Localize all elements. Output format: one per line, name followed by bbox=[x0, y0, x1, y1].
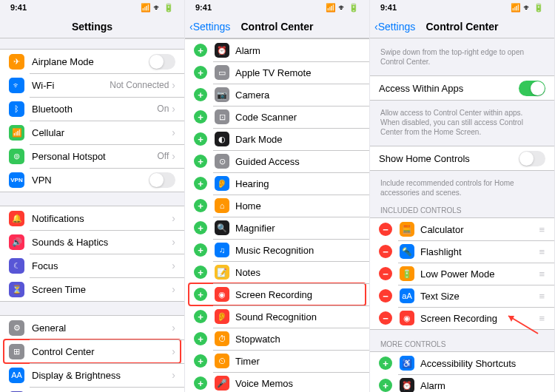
row-label: Bluetooth bbox=[32, 104, 157, 115]
control-row[interactable]: +⊙Guided Access bbox=[185, 150, 369, 172]
settings-row[interactable]: AADisplay & Brightness› bbox=[0, 363, 184, 387]
settings-row[interactable]: VPNVPN bbox=[0, 168, 184, 192]
control-row[interactable]: +◉Screen Recording bbox=[185, 283, 369, 305]
row-label: Voice Memos bbox=[235, 378, 360, 389]
status-icons: 📶 ᯤ 🔋 bbox=[141, 3, 174, 13]
settings-row[interactable]: ⊞Control Center› bbox=[0, 339, 184, 363]
drag-handle-icon[interactable]: ≡ bbox=[539, 313, 545, 324]
add-button[interactable]: + bbox=[379, 356, 392, 370]
control-row[interactable]: +▭Apple TV Remote bbox=[185, 61, 369, 84]
drag-handle-icon[interactable]: ≡ bbox=[539, 291, 545, 302]
cc-add-content[interactable]: +⏰Alarm+▭Apple TV Remote+📷Camera+⊡Code S… bbox=[185, 38, 369, 392]
add-button[interactable]: + bbox=[194, 177, 207, 190]
back-button[interactable]: ‹Settings bbox=[185, 21, 230, 33]
control-row[interactable]: +◐Dark Mode bbox=[185, 128, 369, 150]
toggle-show-home[interactable]: Show Home Controls bbox=[370, 146, 554, 170]
add-button[interactable]: + bbox=[194, 66, 207, 79]
notif-icon: 🔔 bbox=[9, 211, 24, 226]
included-row[interactable]: −◉Screen Recording≡ bbox=[370, 307, 554, 329]
back-button[interactable]: ‹Settings bbox=[370, 21, 415, 33]
cc-settings-content[interactable]: Swipe down from the top-right edge to op… bbox=[370, 38, 554, 392]
voice-icon: 🎤 bbox=[215, 376, 229, 391]
settings-row[interactable]: ᛒBluetoothOn› bbox=[0, 97, 184, 121]
add-button[interactable]: + bbox=[194, 110, 207, 124]
row-label: Screen Time bbox=[32, 284, 172, 295]
remove-button[interactable]: − bbox=[379, 223, 392, 236]
settings-row[interactable]: ᯤWi-FiNot Connected› bbox=[0, 73, 184, 97]
header-included: INCLUDED CONTROLS bbox=[370, 206, 554, 217]
drag-handle-icon[interactable]: ≡ bbox=[539, 268, 545, 280]
notes-icon: 📝 bbox=[215, 265, 229, 280]
more-list: +♿Accessibility Shortcuts+⏰Alarm+▭Apple … bbox=[370, 351, 554, 392]
row-label: Personal Hotspot bbox=[32, 151, 158, 162]
included-row[interactable]: −🔦Flashlight≡ bbox=[370, 240, 554, 263]
settings-row[interactable]: ⏳Screen Time› bbox=[0, 277, 184, 301]
chevron-right-icon: › bbox=[172, 212, 175, 224]
remove-button[interactable]: − bbox=[379, 289, 392, 303]
control-row[interactable]: +👂Sound Recognition bbox=[185, 305, 369, 328]
control-row[interactable]: +👂Hearing bbox=[185, 172, 369, 195]
add-button[interactable]: + bbox=[194, 354, 207, 368]
settings-row[interactable]: 🔊Sounds & Haptics› bbox=[0, 230, 184, 254]
add-button[interactable]: + bbox=[194, 266, 207, 279]
chevron-right-icon: › bbox=[172, 79, 175, 91]
row-label: VPN bbox=[32, 175, 149, 186]
add-button[interactable]: + bbox=[194, 155, 207, 168]
control-row[interactable]: +⏰Alarm bbox=[185, 39, 369, 61]
settings-row[interactable]: ✈Airplane Mode bbox=[0, 50, 184, 73]
settings-content[interactable]: ✈Airplane ModeᯤWi-FiNot Connected›ᛒBluet… bbox=[0, 38, 184, 392]
add-button[interactable]: + bbox=[194, 132, 207, 146]
control-row[interactable]: +🔍Magnifier bbox=[185, 217, 369, 239]
status-bar: 9:41 📶 ᯤ 🔋 bbox=[0, 0, 184, 15]
status-time: 9:41 bbox=[380, 3, 397, 12]
control-row[interactable]: +🎤Voice Memos bbox=[185, 372, 369, 392]
settings-row[interactable]: ☾Focus› bbox=[0, 254, 184, 277]
add-button[interactable]: + bbox=[379, 379, 392, 392]
switch-icon[interactable] bbox=[519, 81, 545, 96]
control-row[interactable]: +♿Accessibility Shortcuts bbox=[370, 352, 554, 374]
note-home: Include recommended controls for Home ac… bbox=[370, 174, 554, 206]
add-button[interactable]: + bbox=[194, 310, 207, 323]
remove-button[interactable]: − bbox=[379, 311, 392, 325]
control-row[interactable]: +📝Notes bbox=[185, 261, 369, 283]
add-button[interactable]: + bbox=[194, 88, 207, 101]
settings-row[interactable]: ⚙General› bbox=[0, 316, 184, 339]
settings-row[interactable]: ▦Home Screen› bbox=[0, 387, 184, 392]
switch-icon[interactable] bbox=[519, 151, 545, 166]
drag-handle-icon[interactable]: ≡ bbox=[539, 246, 545, 257]
add-button[interactable]: + bbox=[194, 332, 207, 345]
row-label: Magnifier bbox=[235, 223, 360, 234]
control-row[interactable]: +📷Camera bbox=[185, 84, 369, 106]
control-row[interactable]: +⏰Alarm bbox=[370, 374, 554, 392]
general-icon: ⚙ bbox=[9, 320, 24, 336]
settings-row[interactable]: ⊚Personal HotspotOff› bbox=[0, 144, 184, 168]
settings-row[interactable]: 📶Cellular› bbox=[0, 121, 184, 144]
add-button[interactable]: + bbox=[194, 199, 207, 212]
control-row[interactable]: +⌂Home bbox=[185, 195, 369, 217]
text-icon: aA bbox=[400, 288, 414, 303]
settings-row[interactable]: 🔔Notifications› bbox=[0, 206, 184, 230]
row-label: Screen Recording bbox=[235, 289, 360, 300]
control-row[interactable]: +⏱Stopwatch bbox=[185, 328, 369, 350]
switch-icon[interactable] bbox=[149, 172, 175, 188]
included-row[interactable]: −🔋Low Power Mode≡ bbox=[370, 263, 554, 285]
switch-icon[interactable] bbox=[149, 54, 175, 70]
remove-button[interactable]: − bbox=[379, 245, 392, 258]
included-row[interactable]: −aAText Size≡ bbox=[370, 285, 554, 307]
add-button[interactable]: + bbox=[194, 221, 207, 234]
row-label: Hearing bbox=[235, 178, 360, 189]
add-button[interactable]: + bbox=[194, 376, 207, 390]
included-row[interactable]: −🧮Calculator≡ bbox=[370, 218, 554, 240]
add-button[interactable]: + bbox=[194, 288, 207, 301]
control-row[interactable]: +⏲Timer bbox=[185, 350, 369, 372]
header-more: MORE CONTROLS bbox=[370, 340, 554, 351]
add-button[interactable]: + bbox=[194, 44, 207, 57]
control-row[interactable]: +♫Music Recognition bbox=[185, 239, 369, 261]
add-button[interactable]: + bbox=[194, 243, 207, 257]
remove-button[interactable]: − bbox=[379, 267, 392, 280]
control-row[interactable]: +⊡Code Scanner bbox=[185, 106, 369, 128]
group-network: ✈Airplane ModeᯤWi-FiNot Connected›ᛒBluet… bbox=[0, 49, 184, 192]
section-home: Show Home Controls bbox=[370, 146, 554, 171]
drag-handle-icon[interactable]: ≡ bbox=[539, 224, 545, 235]
toggle-access-within-apps[interactable]: Access Within Apps bbox=[370, 76, 554, 100]
